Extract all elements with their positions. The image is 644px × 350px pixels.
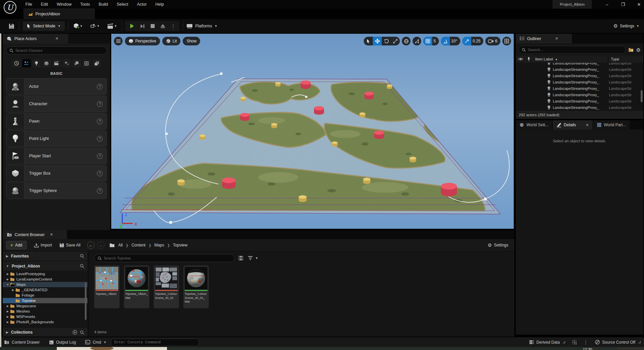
- add-actor-dropdown[interactable]: ▼: [72, 22, 84, 30]
- marker-cylinder[interactable]: [387, 84, 392, 89]
- search-classes-input[interactable]: [15, 48, 104, 52]
- search-icon[interactable]: [80, 264, 84, 268]
- menu-file[interactable]: File: [25, 2, 32, 7]
- all-classes-category-icon[interactable]: [93, 59, 101, 67]
- eye-icon[interactable]: [518, 57, 523, 61]
- viewport-menu-button[interactable]: [114, 37, 123, 45]
- maximize-viewport-button[interactable]: [502, 37, 511, 45]
- place-actor-item-character[interactable]: Character?: [6, 96, 107, 112]
- help-icon[interactable]: ?: [97, 119, 103, 124]
- outliner-row[interactable]: LandscapeStreamingProxy_LandscapeStr: [516, 98, 643, 104]
- close-icon[interactable]: ✕: [586, 123, 589, 127]
- close-button[interactable]: ✕: [636, 1, 642, 7]
- tree-item-megascans[interactable]: ▶Megascans: [3, 303, 88, 309]
- tab-world-part-[interactable]: World Part...: [593, 120, 630, 130]
- expand-arrow-icon[interactable]: ▶: [6, 273, 9, 276]
- content-browser-settings[interactable]: ⚙ Settings: [488, 242, 508, 248]
- marker-cylinder[interactable]: [364, 92, 374, 100]
- add-collection-icon[interactable]: [72, 330, 77, 335]
- outliner-scrollbar[interactable]: [641, 90, 643, 102]
- tree-item-_generated[interactable]: ▶_GENERATED: [3, 287, 88, 293]
- collapse-arrow-icon[interactable]: ▼: [6, 283, 9, 286]
- camera-speed-value[interactable]: 6: [494, 39, 500, 43]
- menu-help[interactable]: Help: [155, 2, 164, 7]
- restore-button[interactable]: ❐: [620, 1, 626, 7]
- outliner-row[interactable]: LandscapeStreamingProxy_LandscapeStr: [516, 104, 643, 111]
- volumes-category-icon[interactable]: [83, 59, 91, 67]
- menu-build[interactable]: Build: [99, 2, 108, 7]
- expand-arrow-icon[interactable]: ▶: [6, 331, 8, 334]
- place-actors-search[interactable]: [6, 46, 107, 54]
- project-root-header[interactable]: ▼ Project_Albion: [3, 261, 88, 271]
- outliner-row[interactable]: LandscapeStreamingProxy_LandscapeStr: [516, 66, 643, 72]
- cinematic-category-icon[interactable]: [52, 59, 61, 67]
- add-button[interactable]: + Add: [6, 241, 27, 249]
- menu-actor[interactable]: Actor: [137, 2, 147, 7]
- chevron-down-icon[interactable]: ▼: [255, 256, 258, 260]
- grid-snap-icon[interactable]: [423, 37, 432, 45]
- marker-cylinder[interactable]: [240, 113, 250, 121]
- expand-arrow-icon[interactable]: ▶: [6, 310, 9, 313]
- tab-world-sett-[interactable]: World Sett...: [516, 120, 552, 130]
- place-actor-item-point-light[interactable]: Point Light?: [6, 130, 107, 147]
- breadcrumb-topview[interactable]: Topview: [173, 243, 187, 247]
- close-icon[interactable]: ✕: [555, 36, 558, 41]
- search-icon[interactable]: [80, 254, 84, 258]
- filter-funnel-icon[interactable]: [248, 256, 253, 260]
- select-mode-dropdown[interactable]: Select Mode ▼: [23, 21, 65, 31]
- marker-cylinder[interactable]: [199, 135, 205, 140]
- content-browser-tab[interactable]: Content Browser ✕: [3, 230, 67, 239]
- help-icon[interactable]: ?: [97, 188, 103, 194]
- content-drawer-button[interactable]: Content Drawer: [4, 340, 40, 345]
- breadcrumb-maps[interactable]: Maps: [154, 243, 164, 247]
- console-command-input[interactable]: [111, 339, 199, 346]
- world-space-toggle[interactable]: [402, 37, 411, 45]
- outliner-search-input[interactable]: [528, 48, 622, 52]
- tree-item-meshes[interactable]: ▶Meshes: [3, 309, 88, 314]
- recently-placed-icon[interactable]: [12, 59, 21, 67]
- tree-item-photor_backgrounds[interactable]: ▶PhotoR_Backgrounds: [3, 319, 88, 325]
- marker-cylinder[interactable]: [441, 183, 457, 197]
- editor-settings-dropdown[interactable]: ⚙ Settings ▼: [613, 23, 639, 29]
- tree-item-foliage[interactable]: Foliage: [3, 293, 88, 298]
- help-icon[interactable]: ?: [97, 101, 103, 107]
- rotation-snap-value[interactable]: 10°: [450, 39, 460, 43]
- lights-category-icon[interactable]: [32, 59, 41, 67]
- breadcrumb-all[interactable]: All: [118, 243, 123, 247]
- outliner-row[interactable]: LandscapeStreamingProxy_LandscapeStr: [516, 72, 643, 79]
- marker-cylinder[interactable]: [222, 178, 235, 189]
- marker-cylinder[interactable]: [374, 131, 384, 139]
- geometry-category-icon[interactable]: [72, 59, 81, 67]
- outliner-tab[interactable]: Outliner ✕: [516, 34, 572, 43]
- scale-tool-button[interactable]: [391, 37, 400, 45]
- scale-snap-control[interactable]: 0.25: [462, 37, 483, 45]
- favorites-header[interactable]: ▶ Favorites: [3, 251, 88, 260]
- expand-arrow-icon[interactable]: ▶: [6, 315, 9, 318]
- grid-snap-value[interactable]: 5: [432, 39, 439, 43]
- close-icon[interactable]: ✕: [55, 36, 58, 41]
- eject-button[interactable]: [158, 22, 168, 30]
- collections-header[interactable]: ▶ Collections: [3, 328, 88, 337]
- search-assets-input[interactable]: [104, 256, 231, 260]
- save-search-icon[interactable]: [238, 256, 243, 260]
- expand-arrow-icon[interactable]: ▶: [11, 289, 15, 292]
- breadcrumb-content[interactable]: Content: [132, 243, 146, 247]
- outliner-row[interactable]: LandscapeStreamingProxy_LandscapeStr: [516, 85, 643, 92]
- tree-scrollbar[interactable]: [85, 283, 87, 320]
- outliner-row[interactable]: LandscapeStreamingProxy_LandscapeStr: [516, 63, 643, 66]
- marker-cylinder[interactable]: [410, 157, 416, 162]
- marker-cylinder[interactable]: [363, 178, 370, 184]
- marker-cylinder[interactable]: [275, 82, 281, 87]
- shapes-category-icon[interactable]: [42, 59, 51, 67]
- menu-select[interactable]: Select: [117, 2, 128, 7]
- help-icon[interactable]: ?: [97, 84, 103, 90]
- rotation-snap-control[interactable]: 10°: [441, 37, 460, 45]
- place-actor-item-actor[interactable]: Actor?: [6, 78, 107, 95]
- new-folder-icon[interactable]: [628, 47, 634, 52]
- search-icon[interactable]: [80, 330, 84, 335]
- place-actor-item-trigger-box[interactable]: Trigger Box?: [6, 165, 107, 182]
- marker-cylinder[interactable]: [301, 80, 311, 89]
- help-icon[interactable]: ?: [97, 171, 103, 176]
- help-icon[interactable]: ?: [97, 136, 103, 142]
- type-column-header[interactable]: Type: [611, 57, 619, 61]
